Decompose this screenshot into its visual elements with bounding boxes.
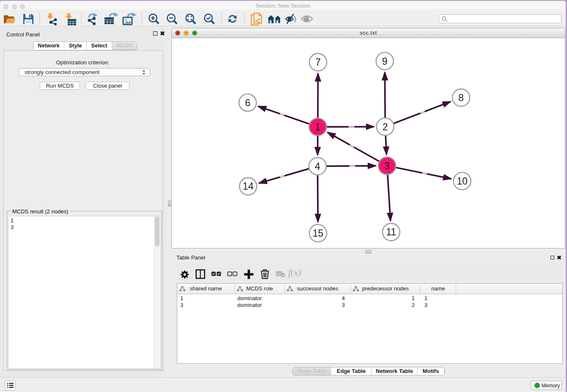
- svg-text:9: 9: [382, 56, 388, 67]
- svg-text:14: 14: [243, 181, 254, 192]
- svg-text:15: 15: [313, 228, 324, 239]
- svg-text:2: 2: [383, 121, 388, 133]
- svg-text:3: 3: [384, 160, 390, 171]
- svg-text:7: 7: [315, 57, 321, 68]
- svg-text:10: 10: [457, 176, 468, 187]
- svg-text:1: 1: [315, 121, 321, 133]
- svg-text:11: 11: [386, 226, 396, 237]
- svg-text:4: 4: [315, 161, 320, 172]
- svg-text:6: 6: [245, 97, 250, 108]
- svg-text:8: 8: [458, 92, 464, 103]
